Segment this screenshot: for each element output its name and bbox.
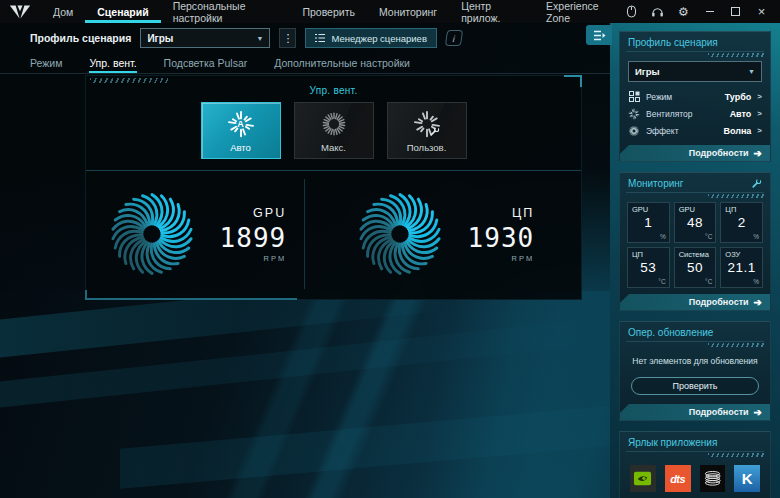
fan-icon <box>628 108 640 120</box>
chevron-right-icon: > <box>757 126 762 135</box>
fan-swirl-icon <box>104 186 200 282</box>
mouse-icon[interactable] <box>625 5 638 18</box>
tile-label: Система <box>679 250 712 259</box>
nav-home[interactable]: Дом <box>41 0 85 23</box>
tile-value: 50 <box>679 260 712 275</box>
sensor-tile-gpu-temp: GPU 48 °C <box>674 202 717 243</box>
nav-app-center[interactable]: Центр прилож. <box>449 0 534 23</box>
fan-mode-custom-button[interactable]: Пользов. <box>387 102 467 159</box>
nav-scenario[interactable]: Сценарий <box>85 0 160 23</box>
tile-label: GPU <box>679 205 712 214</box>
sidebar-toggle-button[interactable] <box>586 25 612 45</box>
fan-mode-auto-button[interactable]: A Авто <box>201 102 281 159</box>
maximize-button[interactable] <box>729 5 742 18</box>
titlebar: Дом Сценарий Персональные настройки Пров… <box>0 0 780 23</box>
max-fan-icon <box>318 109 350 139</box>
brightness-effect-icon <box>628 125 640 137</box>
killer-app-icon[interactable]: K <box>734 465 760 492</box>
coil-app-icon[interactable] <box>700 465 726 492</box>
tile-value: 1 <box>632 215 665 230</box>
header-hatch-decor <box>626 192 764 199</box>
profile-row-mode[interactable]: Режим Турбо > <box>628 88 762 105</box>
profile-row-effect[interactable]: Эффект Волна > <box>628 122 762 139</box>
profile-bar: Профиль сценария Игры ▼ ⋮ Менеджер сцена… <box>0 26 640 50</box>
dts-app-icon[interactable]: dts <box>665 465 691 492</box>
nav-personal-settings[interactable]: Персональные настройки <box>161 0 291 23</box>
chevron-right-icon: > <box>757 92 762 101</box>
check-updates-button[interactable]: Проверить <box>631 377 759 395</box>
fan-gauges: GPU 1899 RPM ЦП 1930 RPM <box>86 171 581 297</box>
nav-check[interactable]: Проверить <box>290 0 367 23</box>
update-panel: Опер. обновление Нет элементов для обнов… <box>619 321 771 421</box>
app-shortcuts-row: dts K <box>620 460 770 498</box>
profile-summary-panel: Профиль сценария Игры ▼ Режим Турбо > Ве… <box>619 31 771 162</box>
tab-advanced-settings[interactable]: Дополнительные настройки <box>274 53 410 73</box>
profile-panel-title: Профиль сценария <box>628 37 718 48</box>
top-nav: Дом Сценарий Персональные настройки Пров… <box>41 0 625 23</box>
sensor-tile-cpu-load: ЦП 2 % <box>720 202 763 243</box>
fan-mode-group: A Авто Макс. Пользов. <box>86 102 581 159</box>
profile-more-button[interactable]: ⋮ <box>279 28 296 48</box>
profile-label: Профиль сценария <box>30 32 131 44</box>
custom-fan-icon <box>411 109 443 139</box>
profile-row-fan-label: Вентилятор <box>646 109 693 119</box>
tile-unit: °C <box>705 278 712 285</box>
tab-mode[interactable]: Режим <box>30 53 62 73</box>
sensor-tile-cpu-temp: ЦП 53 °C <box>627 247 670 288</box>
tile-label: GPU <box>632 205 665 214</box>
right-sidebar: Профиль сценария Игры ▼ Режим Турбо > Ве… <box>610 23 780 498</box>
shortcuts-panel-title: Ярлык приложения <box>628 437 717 448</box>
profile-row-effect-value: Волна <box>723 126 751 136</box>
profile-select-value: Игры <box>147 33 173 44</box>
auto-fan-icon: A <box>225 109 257 139</box>
chevron-down-icon: ▼ <box>748 68 755 75</box>
profile-select[interactable]: Игры ▼ <box>140 28 270 48</box>
scenario-manager-label: Менеджер сценариев <box>331 33 427 44</box>
collapse-panel-icon <box>593 30 606 41</box>
wrench-icon <box>429 126 440 137</box>
fan-swirl-icon <box>352 186 448 282</box>
close-button[interactable]: × <box>755 5 768 18</box>
mode-grid-icon <box>628 91 640 103</box>
tab-fan-control[interactable]: Упр. вент. <box>89 53 136 73</box>
fan-mode-max-button[interactable]: Макс. <box>294 102 374 159</box>
sensor-tile-system-temp: Система 50 °C <box>674 247 717 288</box>
nvidia-app-icon[interactable] <box>630 465 656 492</box>
cpu-fan-gauge: ЦП 1930 RPM <box>305 186 581 282</box>
nav-experience-zone[interactable]: Experience Zone <box>534 0 625 23</box>
profile-row-mode-value: Турбо <box>725 92 752 102</box>
headset-icon[interactable] <box>651 5 664 18</box>
killer-label: K <box>742 470 753 487</box>
settings-gear-icon[interactable]: ⚙ <box>677 5 690 18</box>
arrow-right-icon: ➔ <box>754 407 762 418</box>
tile-unit: °C <box>705 233 712 240</box>
arrow-right-icon: ➔ <box>754 148 762 159</box>
minimize-button[interactable] <box>703 5 716 18</box>
chevron-right-icon: > <box>757 109 762 118</box>
gpu-rpm-unit: RPM <box>220 254 287 263</box>
scenario-manager-button[interactable]: Менеджер сценариев <box>305 28 437 48</box>
sensor-tile-ram: ОЗУ 21.1 % <box>720 247 763 288</box>
window-controls: ⚙ × <box>625 0 780 23</box>
header-hatch-decor <box>626 341 764 348</box>
info-icon[interactable]: i <box>445 30 463 46</box>
profile-row-fan-value: Авто <box>730 109 752 119</box>
tile-unit: % <box>660 233 666 240</box>
profile-row-fan[interactable]: Вентилятор Авто > <box>628 105 762 122</box>
tile-value: 48 <box>679 215 712 230</box>
sensor-tile-gpu-load: GPU 1 % <box>627 202 670 243</box>
sensor-tiles: GPU 1 % GPU 48 °C ЦП 2 % ЦП 53 °C Систем… <box>627 202 763 288</box>
fan-control-panel: Упр. вент. A Авто Макс. Пользов. <box>85 75 582 300</box>
sidebar-profile-dropdown[interactable]: Игры ▼ <box>628 61 762 82</box>
tab-pulsar-lighting[interactable]: Подсветка Pulsar <box>164 53 248 73</box>
gpu-rpm-value: 1899 <box>220 223 287 253</box>
monitoring-details-link[interactable]: Подробности ➔ <box>620 294 770 310</box>
predator-logo-icon <box>0 0 41 23</box>
nav-monitoring[interactable]: Мониторинг <box>367 0 449 23</box>
gpu-gauge-label: GPU <box>220 206 287 220</box>
tile-label: ОЗУ <box>725 250 758 259</box>
gpu-fan-gauge: GPU 1899 RPM <box>86 186 304 282</box>
update-details-link[interactable]: Подробности ➔ <box>620 404 770 420</box>
profile-details-link[interactable]: Подробности ➔ <box>620 145 770 161</box>
wrench-icon[interactable] <box>751 178 762 189</box>
